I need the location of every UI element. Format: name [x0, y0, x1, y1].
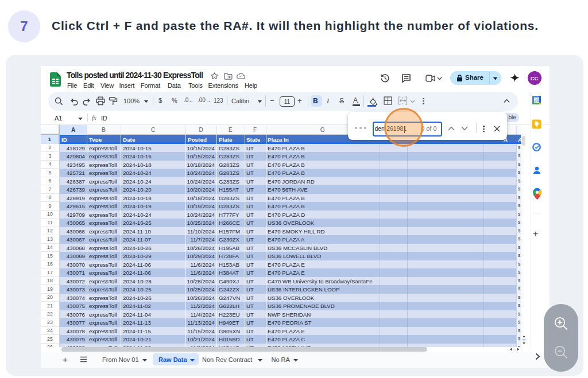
svg-text:31: 31	[534, 98, 539, 103]
